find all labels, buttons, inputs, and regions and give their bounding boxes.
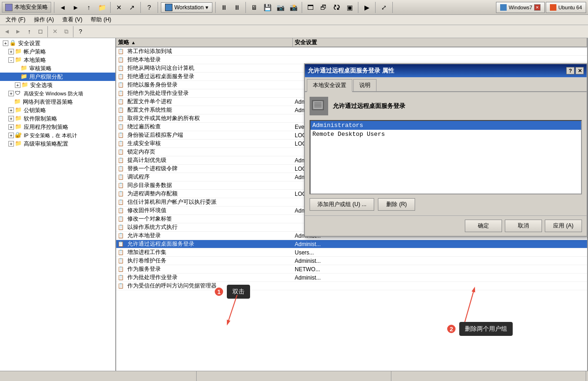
- remove-btn[interactable]: 删除 (R): [378, 198, 415, 211]
- ok-btn[interactable]: 确定: [465, 220, 502, 232]
- dialog-close-btn[interactable]: ✕: [575, 67, 584, 74]
- tree-item-local[interactable]: - 📁 本地策略: [0, 56, 115, 64]
- users-listbox[interactable]: Administrators Remote Desktop Users: [310, 120, 582, 194]
- resize-icon[interactable]: ⤢: [378, 2, 390, 13]
- ubuntu-tab[interactable]: Ubuntu 64: [546, 2, 586, 13]
- monitor-icon[interactable]: 🖥: [249, 2, 260, 13]
- window3-icon[interactable]: 🗘: [331, 2, 342, 13]
- tb2-folder-btn[interactable]: □: [35, 27, 46, 37]
- row-icon-selected: 📋: [117, 241, 125, 248]
- help-icon[interactable]: ?: [144, 2, 155, 13]
- row-policy: 执行卷维护任务: [126, 256, 293, 265]
- export-icon[interactable]: ↗: [126, 2, 138, 13]
- listbox-item-admins[interactable]: Administrators: [311, 121, 581, 130]
- statusbar-section-2: [197, 371, 391, 381]
- menu-help[interactable]: 帮助 (H): [87, 15, 115, 25]
- tree-item-appcontrol[interactable]: + 📁 应用程序控制策略: [0, 123, 115, 131]
- windows7-tab[interactable]: Windows7 ✕: [496, 2, 545, 13]
- expand-security[interactable]: +: [3, 40, 8, 46]
- tree-item-pubkey[interactable]: + 📁 公钥策略: [0, 106, 115, 114]
- dialog-tab-explanation[interactable]: 说明: [353, 79, 377, 91]
- sort-asc-icon: ▲: [131, 40, 136, 45]
- tree-item-audit[interactable]: 📁 审核策略: [0, 64, 115, 73]
- list-row[interactable]: 📋 增加进程工作集 Users...: [116, 248, 587, 257]
- add-user-group-btn[interactable]: 添加用户或组 (U) ...: [310, 198, 374, 211]
- row-icon: 📋: [117, 190, 125, 198]
- folder-icon[interactable]: 📁: [96, 2, 107, 13]
- tree-item-software[interactable]: + 📁 软件限制策略: [0, 114, 115, 123]
- list-row[interactable]: 📋 执行卷维护任务 Administ...: [116, 257, 587, 265]
- window2-icon[interactable]: 🗗: [318, 2, 329, 13]
- expand-local[interactable]: -: [8, 57, 14, 63]
- expand-account[interactable]: +: [8, 49, 14, 54]
- tb2-help-btn[interactable]: ?: [75, 27, 86, 37]
- terminal-icon[interactable]: ▶: [361, 2, 372, 13]
- row-policy: 锁定内存页: [126, 147, 293, 156]
- list-row[interactable]: 📋 作为受信任的呼叫方访问凭据管理器: [116, 282, 587, 290]
- statusbar: [0, 371, 588, 381]
- app-title-text: 本地安全策略: [14, 3, 48, 11]
- row-icon: 📋: [117, 215, 125, 223]
- menu-file[interactable]: 文件 (F): [2, 15, 29, 25]
- camera2-icon[interactable]: 📸: [288, 2, 299, 13]
- expand-advanced-audit[interactable]: +: [8, 141, 14, 147]
- pause2-icon[interactable]: ⏸: [231, 2, 243, 13]
- menu-view[interactable]: 查看 (V): [59, 15, 86, 25]
- expand-ipsec[interactable]: +: [8, 133, 14, 138]
- tb2-up-btn[interactable]: ↑: [24, 27, 34, 37]
- row-icon: 📋: [117, 174, 125, 181]
- row-icon: 📋: [117, 232, 125, 240]
- row-setting: Users...: [293, 249, 587, 256]
- expand-firewall[interactable]: +: [8, 91, 14, 96]
- menubar: 文件 (F) 操作 (A) 查看 (V) 帮助 (H): [0, 15, 588, 25]
- pause-icon[interactable]: ⏸: [218, 2, 230, 13]
- row-policy: 调试程序: [126, 173, 293, 181]
- expand-software[interactable]: +: [8, 116, 14, 121]
- expand-pubkey[interactable]: +: [8, 107, 14, 113]
- tree-item-advanced-audit[interactable]: + 📁 高级审核策略配置: [0, 140, 115, 148]
- window4-icon[interactable]: ▣: [344, 2, 355, 13]
- dialog-help-btn[interactable]: ?: [566, 67, 575, 74]
- col-policy[interactable]: 策略 ▲: [116, 38, 293, 47]
- tree-item-ipsec[interactable]: + 🔐 IP 安全策略，在 本机计: [0, 131, 115, 140]
- tb2-copy-btn[interactable]: ⧉: [61, 27, 71, 37]
- main-content: + 🔒 安全设置 + 📁 帐户策略 - 📁 本地策略 📁 审核策略 📁 用户权限…: [0, 38, 588, 371]
- list-row[interactable]: 📋 将工作站添加到域: [116, 47, 587, 56]
- back-icon[interactable]: ◄: [57, 2, 68, 13]
- row-policy: 生成安全审核: [126, 139, 293, 148]
- row-policy: 配置文件单个进程: [126, 97, 293, 106]
- apply-btn[interactable]: 应用 (A): [545, 220, 582, 232]
- col-setting[interactable]: 安全设置: [293, 38, 587, 47]
- disk-icon[interactable]: 💾: [262, 2, 273, 13]
- delete-icon[interactable]: ✕: [113, 2, 125, 13]
- camera-icon[interactable]: 📷: [275, 2, 286, 13]
- tree-item-security[interactable]: + 🔒 安全设置: [0, 39, 115, 47]
- cancel-btn[interactable]: 取消: [505, 220, 542, 232]
- expand-security-options[interactable]: +: [15, 82, 20, 88]
- tree-item-firewall[interactable]: + 🛡 高级安全 Windows 防火墙: [0, 89, 115, 98]
- tb2-back-btn[interactable]: ◄: [2, 27, 12, 37]
- tree-item-user-rights[interactable]: 📁 用户权限分配: [0, 73, 115, 81]
- menu-action[interactable]: 操作 (A): [30, 15, 58, 25]
- dialog-tab-local-security[interactable]: 本地安全设置: [307, 79, 352, 92]
- tb2-delete-btn[interactable]: ✕: [50, 27, 60, 37]
- tree-item-security-options[interactable]: + 📁 安全选项: [0, 81, 115, 89]
- tree-item-account[interactable]: + 📁 帐户策略: [0, 47, 115, 56]
- expand-appcontrol[interactable]: +: [8, 124, 14, 130]
- window-icon[interactable]: 🗖: [305, 2, 316, 13]
- list-row[interactable]: 📋 作为批处理作业登录 Administ...: [116, 274, 587, 282]
- tree-label-account: 帐户策略: [24, 48, 46, 56]
- tree-item-netlist[interactable]: 📁 网络列表管理器策略: [0, 98, 115, 106]
- tree-label-local: 本地策略: [24, 56, 46, 64]
- up-icon[interactable]: ↑: [83, 2, 94, 13]
- col-setting-label: 安全设置: [295, 39, 317, 47]
- dialog-policy-header: 允许通过远程桌面服务登录: [310, 97, 582, 115]
- tb2-forward-btn[interactable]: ►: [13, 27, 23, 37]
- list-row-selected[interactable]: 📋 允许通过远程桌面服务登录 Administ...: [116, 240, 587, 248]
- listbox-item-rdp[interactable]: Remote Desktop Users: [311, 130, 581, 139]
- row-policy: 以操作系统方式执行: [126, 223, 293, 232]
- windows7-close[interactable]: ✕: [534, 4, 541, 11]
- forward-icon[interactable]: ►: [70, 2, 81, 13]
- list-row[interactable]: 📋 作为服务登录 NETWO...: [116, 265, 587, 274]
- workstation-dropdown[interactable]: Workstation ▾: [161, 2, 212, 13]
